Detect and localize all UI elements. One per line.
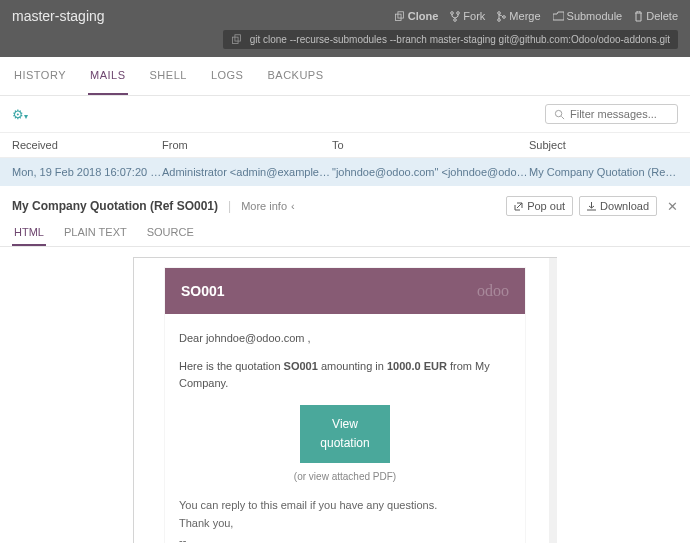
delete-action[interactable]: Delete [634, 10, 678, 22]
svg-point-5 [498, 11, 501, 14]
search-icon [554, 109, 565, 120]
email-greeting: Dear johndoe@odoo.com , [179, 330, 511, 348]
col-to[interactable]: To [332, 139, 529, 151]
svg-point-4 [454, 18, 457, 21]
main-nav: HISTORY MAILS SHELL LOGS BACKUPS [0, 57, 690, 96]
svg-rect-1 [398, 11, 404, 17]
mail-preview-frame: SO001 odoo Dear johndoe@odoo.com , Here … [133, 257, 557, 543]
view-tabs: HTML PLAIN TEXT SOURCE [0, 220, 690, 247]
tab-backups[interactable]: BACKUPS [265, 57, 325, 95]
chevron-left-icon: ‹ [291, 200, 295, 212]
more-info-toggle[interactable]: More info ‹ [241, 200, 295, 212]
odoo-logo: odoo [477, 282, 509, 300]
email-dashes: -- [179, 532, 511, 543]
scrollbar[interactable] [549, 258, 557, 543]
git-clone-text: git clone --recurse-submodules --branch … [250, 34, 670, 45]
top-actions: Clone Fork Merge Submodule Delete [394, 10, 678, 22]
cell-received: Mon, 19 Feb 2018 16:07:20 -0000 [12, 166, 162, 178]
tab-source[interactable]: SOURCE [145, 220, 196, 246]
cell-from: Administrator <admin@example.com> [162, 166, 332, 178]
attached-pdf-note: (or view attached PDF) [179, 469, 511, 485]
email-intro: Here is the quotation SO001 amounting in… [179, 358, 511, 393]
table-row[interactable]: Mon, 19 Feb 2018 16:07:20 -0000 Administ… [0, 158, 690, 186]
clone-action[interactable]: Clone [394, 10, 439, 22]
copy-icon[interactable] [231, 34, 242, 45]
search-input[interactable] [570, 108, 669, 120]
tab-plain[interactable]: PLAIN TEXT [62, 220, 129, 246]
tab-html[interactable]: HTML [12, 220, 46, 246]
gear-dropdown[interactable]: ⚙▾ [12, 107, 28, 122]
tab-history[interactable]: HISTORY [12, 57, 68, 95]
fork-icon [450, 11, 460, 22]
mail-grid-header: Received From To Subject [0, 133, 690, 158]
svg-point-2 [451, 11, 454, 14]
svg-line-11 [561, 116, 564, 119]
search-box[interactable] [545, 104, 678, 124]
tab-shell[interactable]: SHELL [148, 57, 189, 95]
svg-rect-0 [395, 14, 401, 20]
svg-point-3 [457, 11, 460, 14]
email-reply-note: You can reply to this email if you have … [179, 497, 511, 515]
svg-point-6 [498, 18, 501, 21]
clone-icon [394, 11, 405, 22]
svg-point-7 [503, 15, 506, 18]
view-quotation-button[interactable]: View quotation [300, 405, 390, 463]
email-order-ref: SO001 [181, 283, 225, 299]
message-title: My Company Quotation (Ref SO001) [12, 199, 218, 213]
email-thanks: Thank you, [179, 515, 511, 533]
col-subject[interactable]: Subject [529, 139, 678, 151]
tab-logs[interactable]: LOGS [209, 57, 246, 95]
fork-action[interactable]: Fork [450, 10, 485, 22]
merge-icon [497, 11, 506, 22]
col-received[interactable]: Received [12, 139, 162, 151]
trash-icon [634, 11, 643, 22]
download-icon [587, 202, 596, 211]
branch-name: master-staging [12, 8, 105, 24]
merge-action[interactable]: Merge [497, 10, 540, 22]
tab-mails[interactable]: MAILS [88, 57, 128, 95]
email-header: SO001 odoo [165, 268, 525, 314]
close-button[interactable]: ✕ [667, 199, 678, 214]
cell-to: "johndoe@odoo.com" <johndoe@odoo.com> [332, 166, 529, 178]
popout-icon [514, 202, 523, 211]
submodule-action[interactable]: Submodule [553, 10, 623, 22]
svg-point-10 [555, 110, 561, 116]
popout-button[interactable]: Pop out [506, 196, 573, 216]
git-clone-command[interactable]: git clone --recurse-submodules --branch … [223, 30, 678, 49]
cell-subject: My Company Quotation (Ref SO001) [529, 166, 678, 178]
submodule-icon [553, 11, 564, 21]
download-button[interactable]: Download [579, 196, 657, 216]
col-from[interactable]: From [162, 139, 332, 151]
